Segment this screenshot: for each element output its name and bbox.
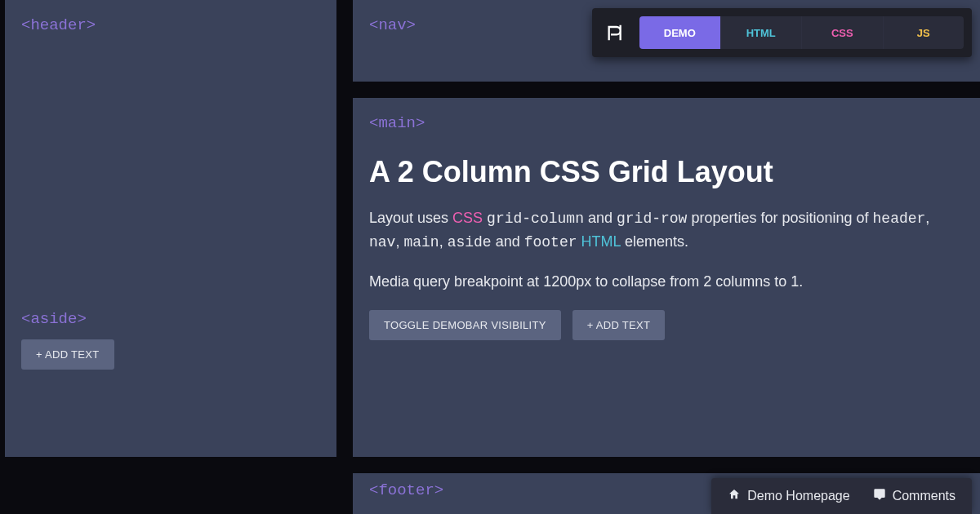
logo-icon[interactable]	[600, 16, 633, 49]
add-text-aside-button[interactable]: + ADD TEXT	[21, 339, 114, 370]
aside-panel: <aside> + ADD TEXT	[5, 294, 336, 457]
main-paragraph-2: Media query breakpoint at 1200px to coll…	[369, 271, 964, 294]
tab-html[interactable]: HTML	[720, 16, 802, 49]
code-grid-row: grid-row	[617, 210, 687, 227]
css-keyword: CSS	[452, 210, 483, 226]
home-icon	[728, 488, 741, 504]
tab-js[interactable]: JS	[883, 16, 964, 49]
code-grid-column: grid-column	[487, 210, 584, 227]
comments-label: Comments	[893, 489, 956, 503]
header-tag-label: <header>	[21, 16, 320, 34]
code-aside: aside	[448, 234, 492, 250]
main-tag-label: <main>	[369, 114, 964, 132]
aside-tag-label: <aside>	[21, 310, 320, 328]
comments-link[interactable]: Comments	[873, 488, 956, 504]
toggle-demobar-button[interactable]: TOGGLE DEMOBAR VISIBILITY	[369, 310, 561, 340]
code-header: header	[873, 210, 926, 227]
tab-css[interactable]: CSS	[801, 16, 883, 49]
code-main: main	[403, 234, 439, 250]
main-panel: <main> A 2 Column CSS Grid Layout Layout…	[353, 98, 980, 457]
html-keyword: HTML	[581, 233, 621, 250]
code-nav: nav	[369, 234, 395, 250]
add-text-main-button[interactable]: + ADD TEXT	[572, 310, 666, 340]
main-paragraph-1: Layout uses CSS grid-column and grid-row…	[369, 207, 964, 255]
bottombar: Demo Homepage Comments	[711, 478, 972, 514]
comments-icon	[873, 488, 886, 504]
code-footer: footer	[524, 234, 577, 250]
page-title: A 2 Column CSS Grid Layout	[369, 155, 964, 189]
demobar: DEMO HTML CSS JS	[592, 8, 972, 57]
demo-homepage-link[interactable]: Demo Homepage	[728, 488, 849, 504]
tab-demo[interactable]: DEMO	[639, 16, 720, 49]
demo-homepage-label: Demo Homepage	[747, 489, 849, 503]
